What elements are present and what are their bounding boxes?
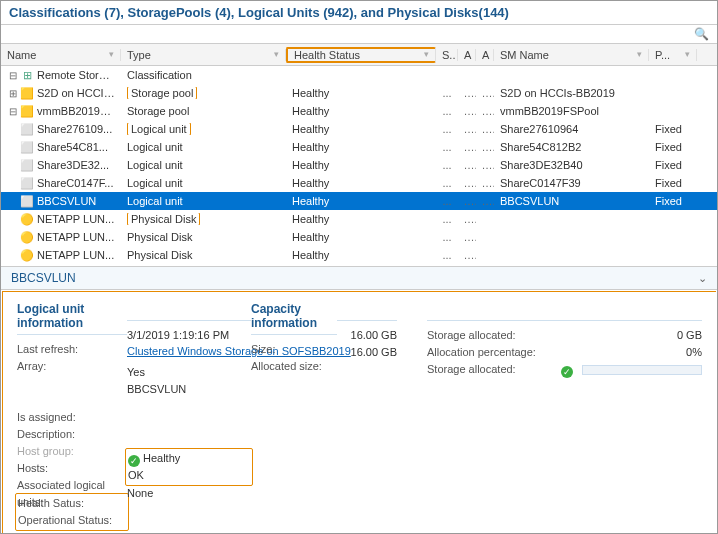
label-description: Description: <box>17 426 127 443</box>
expander-icon[interactable]: ⊟ <box>7 70 18 81</box>
cell-a2: ... <box>476 195 494 207</box>
disk-icon: 🟡 <box>20 249 34 262</box>
col-name[interactable]: Name▾ <box>1 49 121 61</box>
table-row[interactable]: ⬜Share54C81...Logical unitHealthy.......… <box>1 138 717 156</box>
table-row[interactable]: ⬜Share3DE32...Logical unitHealthy.......… <box>1 156 717 174</box>
val-description: BBCSVLUN <box>127 381 251 398</box>
cell-a2: ... <box>476 87 494 99</box>
cell-sm: Share3DE32B40 <box>494 159 649 171</box>
label-alloc-pct: Allocation percentage: <box>427 344 547 361</box>
cell-name[interactable]: ⬜Share276109... <box>1 123 121 136</box>
label-op-status: Operational Status: <box>18 512 126 529</box>
table-row[interactable]: ⬜ShareC0147F...Logical unitHealthy......… <box>1 174 717 192</box>
grid-body[interactable]: ⊟⊞Remote StorageClassification⊞🟨S2D on H… <box>1 66 717 266</box>
table-row[interactable]: ⬜Share276109...Logical unitHealthy......… <box>1 120 717 138</box>
section-capacity: Capacity information <box>251 302 337 335</box>
val-array[interactable]: Clustered Windows Storage on SOFSBB2019 <box>127 344 251 358</box>
cell-name[interactable]: ⬜ShareC0147F... <box>1 177 121 190</box>
cell-name[interactable]: 🟡NETAPP LUN... <box>1 213 121 226</box>
class-icon: ⊞ <box>20 69 34 82</box>
details-labels-left: Logical unit information Last refresh: A… <box>17 302 127 534</box>
label-health-status: Health Satus: <box>18 495 126 512</box>
cell-a: ... <box>458 177 476 189</box>
col-p[interactable]: P...▾ <box>649 49 697 61</box>
cell-p: Fixed <box>649 177 697 189</box>
cell-p: Fixed <box>649 195 697 207</box>
col-s[interactable]: S.. <box>436 49 458 61</box>
cell-s: ... <box>436 123 458 135</box>
table-row[interactable]: ⊟🟨vmmBB2019FSP...Storage poolHealthy....… <box>1 102 717 120</box>
pool-icon: 🟨 <box>20 105 34 118</box>
table-row[interactable]: 🟡NETAPP LUN...Physical DiskHealthy...... <box>1 210 717 228</box>
details-values-right: 0 GB 0% ✓ <box>547 302 702 534</box>
cell-s: ... <box>436 177 458 189</box>
cell-type: Classification <box>121 69 286 81</box>
col-a2[interactable]: A <box>476 49 494 61</box>
cell-name[interactable]: ⊟🟨vmmBB2019FSP... <box>1 105 121 118</box>
col-type[interactable]: Type▾ <box>121 49 286 61</box>
details-labels-right: Storage allocated: Allocation percentage… <box>427 302 547 534</box>
cell-type: Storage pool <box>121 105 286 117</box>
cell-a: ... <box>458 231 476 243</box>
label-stor-alloc: Storage allocated: <box>427 327 547 344</box>
window-title: Classifications (7), StoragePools (4), L… <box>1 1 717 25</box>
cell-a2: ... <box>476 159 494 171</box>
table-row[interactable]: 🟡NETAPP LUN...Physical DiskHealthy...... <box>1 246 717 264</box>
val-size: 16.00 GB <box>337 327 397 344</box>
expander-icon[interactable]: ⊟ <box>7 106 18 117</box>
cell-s: ... <box>436 105 458 117</box>
cell-a2: ... <box>476 123 494 135</box>
cell-type: Physical Disk <box>121 213 286 225</box>
search-row: 🔍 <box>1 25 717 44</box>
cell-health: Healthy <box>286 177 436 189</box>
label-is-assigned: Is assigned: <box>17 409 127 426</box>
label-stor-alloc-bar: Storage allocated: <box>427 361 547 378</box>
label-host-group: Host group: <box>17 443 127 460</box>
col-a[interactable]: A <box>458 49 476 61</box>
cell-name[interactable]: ⬜Share3DE32... <box>1 159 121 172</box>
col-health-status[interactable]: Health Status▾ <box>286 47 436 63</box>
cell-name[interactable]: 🟡NETAPP LUN... <box>1 231 121 244</box>
cell-a: ... <box>458 195 476 207</box>
table-row[interactable]: ⊟⊞Remote StorageClassification <box>1 66 717 84</box>
cell-health: Healthy <box>286 141 436 153</box>
cell-name[interactable]: ⊞🟨S2D on HCCIs-B... <box>1 87 121 100</box>
cell-a: ... <box>458 249 476 261</box>
cell-type: Logical unit <box>121 177 286 189</box>
cell-health: Healthy <box>286 87 436 99</box>
table-row[interactable]: ⊞🟨S2D on HCCIs-B...Storage poolHealthy..… <box>1 84 717 102</box>
val-alloc-pct: 0% <box>547 344 702 361</box>
label-detached: Detached Reason: <box>17 530 127 534</box>
table-row[interactable]: 🟡NETAPP LUN...Physical DiskHealthy...... <box>1 228 717 246</box>
cell-s: ... <box>436 159 458 171</box>
cell-type: Physical Disk <box>121 249 286 261</box>
table-row[interactable]: ⬜BBCSVLUNLogical unitHealthy.........BBC… <box>1 192 717 210</box>
cell-s: ... <box>436 195 458 207</box>
expander-icon[interactable]: ⊞ <box>7 88 18 99</box>
check-icon: ✓ <box>561 366 573 378</box>
cell-sm: ShareC0147F39 <box>494 177 649 189</box>
cell-p: Fixed <box>649 159 697 171</box>
cell-a2: ... <box>476 177 494 189</box>
cell-a: ... <box>458 87 476 99</box>
cell-name[interactable]: ⊟⊞Remote Storage <box>1 69 121 82</box>
label-array: Array: <box>17 358 127 375</box>
section-logical-unit: Logical unit information <box>17 302 127 335</box>
details-values-mid: 16.00 GB 16.00 GB <box>337 302 427 534</box>
cell-a2: ... <box>476 141 494 153</box>
cell-name[interactable]: ⬜Share54C81... <box>1 141 121 154</box>
progress-bar <box>582 365 702 375</box>
cell-name[interactable]: ⬜BBCSVLUN <box>1 195 121 208</box>
details-header[interactable]: BBCSVLUN ⌄ <box>1 266 717 290</box>
val-health-status: ✓Healthy <box>128 450 250 467</box>
cell-health: Healthy <box>286 249 436 261</box>
cell-s: ... <box>436 87 458 99</box>
search-icon[interactable]: 🔍 <box>690 27 713 41</box>
cell-name[interactable]: 🟡NETAPP LUN... <box>1 249 121 262</box>
val-is-assigned: Yes <box>127 364 251 381</box>
chevron-down-icon[interactable]: ⌄ <box>698 272 707 285</box>
cell-sm: vmmBB2019FSPool <box>494 105 649 117</box>
col-sm-name[interactable]: SM Name▾ <box>494 49 649 61</box>
cell-a: ... <box>458 105 476 117</box>
cell-a: ... <box>458 213 476 225</box>
